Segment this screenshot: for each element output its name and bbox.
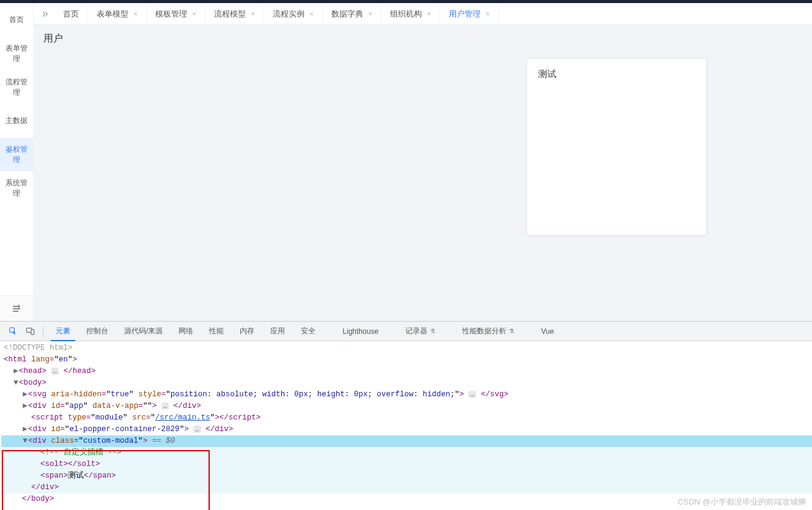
dom-node[interactable]: <html lang="en"> — [1, 354, 812, 366]
sidebar-spacer — [0, 205, 33, 295]
dom-node[interactable] — [1, 505, 812, 510]
devtools-tab-sources[interactable]: 源代码/来源 — [117, 322, 170, 341]
tab-label: 用户管理 — [449, 9, 481, 20]
dom-node[interactable]: </div> — [1, 482, 812, 493]
inspect-icon — [9, 327, 18, 336]
devtools-tab-memory[interactable]: 内存 — [232, 322, 262, 341]
tab-label: 流程模型 — [214, 9, 246, 20]
devtools-tab-security[interactable]: 安全 — [293, 322, 323, 341]
modal-text: 测试 — [538, 68, 556, 79]
custom-modal: 测试 — [526, 58, 707, 235]
sidebar-item-flow[interactable]: 流程管理 — [0, 70, 33, 104]
dom-node[interactable]: ▶<svg aria-hidden="true" style="position… — [1, 389, 812, 401]
main-column: 首页 表单模型× 模板管理× 流程模型× 流程实例× 数据字典× 组织机构× 用… — [34, 3, 812, 321]
tab-label: 数据字典 — [331, 9, 363, 20]
tabs-bar: 首页 表单模型× 模板管理× 流程模型× 流程实例× 数据字典× 组织机构× 用… — [34, 3, 812, 25]
dom-node[interactable]: ▶<head> … </head> — [1, 366, 812, 377]
tab-label: 组织机构 — [390, 9, 422, 20]
devtools-tab-recorder[interactable]: 记录器⚗ — [387, 322, 443, 341]
page-title: 用户 — [43, 32, 805, 45]
dom-node[interactable]: <!-- 自定义插槽 --> — [1, 447, 812, 459]
devtools-panel: 元素 控制台 源代码/来源 网络 性能 内存 应用 安全 Lighthouse … — [0, 321, 812, 510]
tab-label: 模板管理 — [155, 9, 187, 20]
devtools-tab-label: 元素 — [56, 326, 70, 336]
sidebar-item-system[interactable]: 系统管理 — [0, 171, 33, 205]
devtools-tab-label: Vue — [541, 327, 554, 336]
close-icon[interactable]: × — [309, 10, 314, 18]
device-icon — [26, 327, 35, 336]
tab-org[interactable]: 组织机构× — [382, 3, 440, 24]
dom-node[interactable]: ▼<div class="custom-modal"> == $0 — [1, 435, 812, 447]
sidebar-item-label: 鉴权管理 — [2, 144, 31, 165]
page-content: 用户 测试 — [34, 25, 812, 321]
devtools-tab-console[interactable]: 控制台 — [79, 322, 116, 341]
devtools-tab-elements[interactable]: 元素 — [48, 322, 78, 341]
tab-label: 流程实例 — [273, 9, 304, 20]
dom-node[interactable]: ▶<div id="app" data-v-app=""> … </div> — [1, 401, 812, 412]
sidebar: 首页 表单管理 流程管理 主数据 鉴权管理 系统管理 — [0, 3, 34, 321]
chevrons-left-icon — [41, 10, 50, 18]
close-icon[interactable]: × — [251, 10, 255, 18]
devtools-tab-label: 性能 — [209, 326, 224, 336]
sidebar-item-master-data[interactable]: 主数据 — [0, 104, 33, 138]
tab-form-model[interactable]: 表单模型× — [88, 3, 147, 24]
devtools-tab-label: 控制台 — [86, 326, 108, 336]
close-icon[interactable]: × — [192, 10, 196, 18]
inspect-button[interactable] — [5, 325, 21, 338]
tab-template-mgmt[interactable]: 模板管理× — [147, 3, 205, 24]
devtools-tab-label: 安全 — [301, 326, 316, 336]
close-icon[interactable]: × — [133, 10, 138, 18]
close-icon[interactable]: × — [485, 10, 490, 18]
sidebar-item-home[interactable]: 首页 — [0, 3, 33, 37]
devtools-tab-lighthouse[interactable]: Lighthouse — [324, 322, 386, 341]
flask-icon: ⚗ — [509, 328, 514, 334]
dom-node[interactable]: <script type="module" src="/src/main.ts"… — [1, 412, 812, 424]
devtools-tab-label: 性能数据分析 — [462, 326, 506, 336]
sidebar-toggle-button[interactable] — [0, 295, 33, 321]
svg-rect-2 — [31, 330, 34, 334]
expand-icon — [12, 304, 21, 314]
tab-label: 表单模型 — [97, 9, 128, 20]
devtools-tab-label: 源代码/来源 — [124, 326, 163, 336]
devtools-tab-label: 记录器 — [405, 326, 427, 336]
tab-home[interactable]: 首页 — [54, 3, 88, 24]
dom-node[interactable]: <!DOCTYPE html> — [1, 342, 812, 354]
devtools-tab-perf-insights[interactable]: 性能数据分析⚗ — [444, 322, 522, 341]
dom-node[interactable]: <span>测试</span> — [1, 470, 812, 482]
tab-user-mgmt[interactable]: 用户管理× — [440, 3, 499, 24]
devtools-tab-network[interactable]: 网络 — [171, 322, 201, 341]
devtools-tab-application[interactable]: 应用 — [263, 322, 292, 341]
dom-node[interactable]: ▶<div id="el-popper-container-2829"> … <… — [1, 424, 812, 435]
close-icon[interactable]: × — [427, 10, 431, 18]
dom-node[interactable]: </body> — [1, 493, 812, 505]
devtools-tab-label: 内存 — [240, 326, 254, 336]
tabs-collapse-button[interactable] — [36, 3, 54, 24]
devtools-tab-performance[interactable]: 性能 — [202, 322, 231, 341]
sidebar-item-label: 首页 — [9, 15, 24, 25]
devtools-toolbar: 元素 控制台 源代码/来源 网络 性能 内存 应用 安全 Lighthouse … — [0, 322, 812, 341]
tab-flow-model[interactable]: 流程模型× — [205, 3, 264, 24]
devtools-elements-tree[interactable]: <!DOCTYPE html><html lang="en"> ▶<head> … — [0, 341, 812, 510]
sidebar-item-label: 表单管理 — [2, 43, 31, 64]
devtools-tab-label: Lighthouse — [342, 327, 378, 336]
devtools-tab-label: 应用 — [270, 326, 285, 336]
devtools-tab-label: 网络 — [179, 326, 193, 336]
tab-flow-instance[interactable]: 流程实例× — [264, 3, 323, 24]
app-main-row: 首页 表单管理 流程管理 主数据 鉴权管理 系统管理 首页 表单模型× 模板管理… — [0, 3, 812, 321]
tab-label: 首页 — [63, 9, 79, 20]
sidebar-item-label: 主数据 — [6, 116, 28, 126]
devtools-tab-vue[interactable]: Vue — [523, 322, 561, 341]
tab-data-dict[interactable]: 数据字典× — [323, 3, 382, 24]
flask-icon: ⚗ — [430, 328, 435, 334]
dom-node[interactable]: ▼<body> — [1, 377, 812, 389]
separator — [43, 326, 43, 337]
sidebar-item-auth[interactable]: 鉴权管理 — [0, 138, 33, 171]
dom-node[interactable]: <solt></solt> — [1, 459, 812, 470]
sidebar-item-label: 流程管理 — [2, 77, 31, 98]
sidebar-item-label: 系统管理 — [2, 178, 31, 199]
device-toggle-button[interactable] — [22, 325, 38, 338]
close-icon[interactable]: × — [368, 10, 372, 18]
sidebar-item-form[interactable]: 表单管理 — [0, 37, 33, 70]
